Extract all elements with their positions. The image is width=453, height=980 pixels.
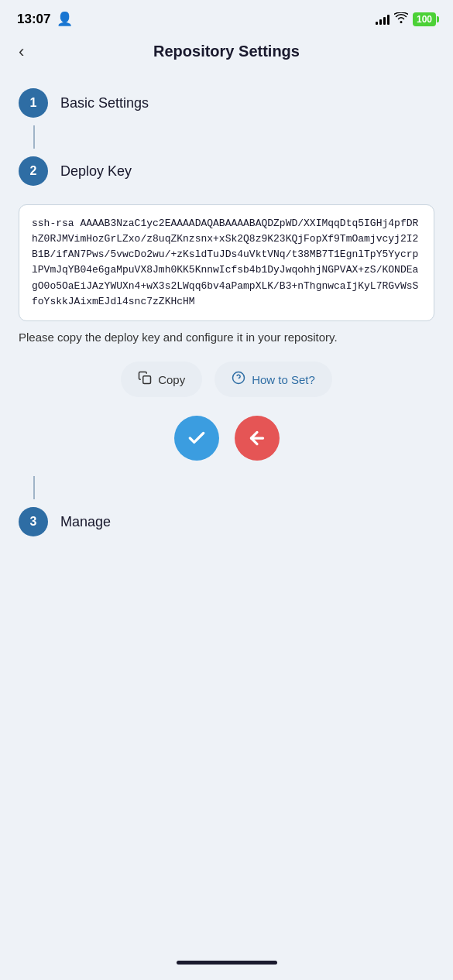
connector-2-3: [33, 476, 35, 499]
connector-1-2: [33, 125, 35, 149]
step-3-label: Manage: [60, 514, 111, 530]
step-2-row: 2 Deploy Key: [19, 149, 434, 194]
step-3-circle: 3: [19, 507, 48, 536]
step-1-row: 1 Basic Settings: [19, 81, 434, 125]
status-icons: 100: [376, 12, 436, 26]
step-2-circle: 2: [19, 156, 48, 186]
person-icon: 👤: [57, 11, 73, 27]
step-1-circle: 1: [19, 88, 48, 118]
deploy-key-box: ssh-rsa AAAAB3NzaC1yc2EAAAADAQABAAAABAQD…: [19, 204, 434, 321]
round-buttons-row: [19, 416, 434, 461]
confirm-button[interactable]: [174, 416, 219, 461]
copy-icon: [138, 371, 152, 388]
wifi-icon: [394, 12, 408, 26]
battery-indicator: 100: [413, 12, 436, 26]
back-button[interactable]: ‹: [15, 39, 27, 65]
step-3-row: 3 Manage: [19, 499, 434, 544]
steps-container: 1 Basic Settings 2 Deploy Key ssh-rsa AA…: [19, 81, 434, 544]
howto-button[interactable]: How to Set?: [214, 362, 332, 397]
instructions-text: Please copy the deploy key and configure…: [19, 329, 434, 347]
help-icon: [232, 371, 245, 388]
action-buttons-row: Copy How to Set?: [19, 362, 434, 397]
svg-rect-0: [143, 376, 151, 384]
main-content: 1 Basic Settings 2 Deploy Key ssh-rsa AA…: [0, 73, 453, 567]
copy-button[interactable]: Copy: [121, 362, 202, 397]
deploy-key-text: ssh-rsa AAAAB3NzaC1yc2EAAAADAQABAAAABAQD…: [32, 218, 418, 307]
status-bar: 13:07 👤 100: [0, 0, 453, 33]
page-header: ‹ Repository Settings: [0, 33, 453, 73]
status-time: 13:07: [17, 12, 50, 27]
page-title: Repository Settings: [153, 43, 300, 60]
go-back-button[interactable]: [235, 416, 280, 461]
step-1-label: Basic Settings: [60, 95, 149, 111]
howto-label: How to Set?: [252, 373, 315, 386]
home-indicator: [177, 961, 277, 965]
copy-label: Copy: [158, 373, 185, 386]
signal-icon: [376, 14, 390, 25]
step-2-label: Deploy Key: [60, 163, 132, 180]
